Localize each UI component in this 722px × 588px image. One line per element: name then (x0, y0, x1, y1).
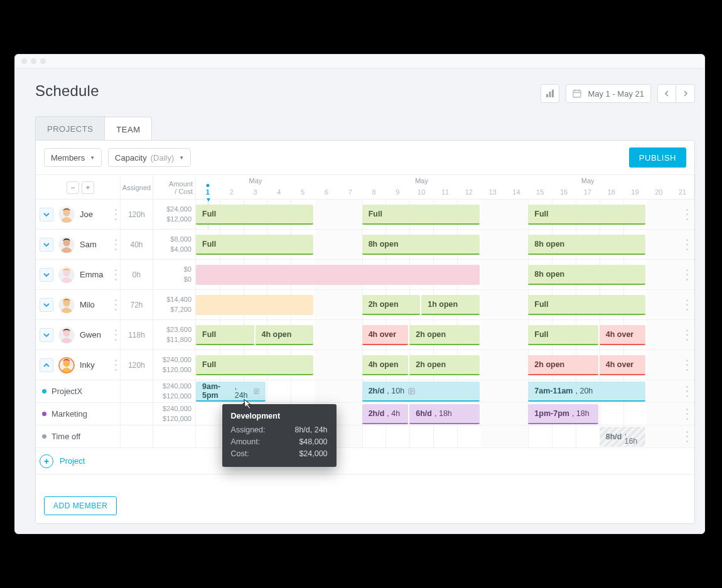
schedule-bar[interactable]: 2h open (409, 325, 479, 345)
chart-toggle-button[interactable] (541, 84, 559, 103)
tab-projects[interactable]: PROJECTS (35, 116, 105, 141)
schedule-bar[interactable] (196, 295, 313, 315)
member-menu-button[interactable] (112, 329, 119, 341)
project-name: Marketing (51, 409, 87, 419)
member-assigned: 118h (121, 320, 153, 350)
date-range-picker[interactable]: May 1 - May 21 (566, 84, 651, 103)
row-menu-button[interactable] (683, 360, 691, 371)
schedule-bar[interactable]: 4h open (362, 355, 409, 375)
schedule-bar[interactable]: 8h open (528, 265, 645, 285)
expand-member-button[interactable] (40, 208, 53, 222)
schedule-bar[interactable]: 4h open (256, 325, 314, 345)
member-row: Milo 72h $14,400$7,200 2h open1h openFul… (36, 290, 694, 320)
plus-circle-icon: + (40, 454, 53, 468)
schedule-bar[interactable]: 7am-11am, 20h (528, 382, 645, 402)
collapse-all-button[interactable]: − (67, 181, 79, 194)
row-menu-button[interactable] (683, 386, 691, 397)
row-menu-button[interactable] (683, 431, 691, 442)
avatar (58, 206, 75, 223)
page-title: Schedule (35, 82, 99, 100)
schedule-bar[interactable]: 8h open (528, 235, 645, 255)
member-amount-cost: $24,000$12,000 (153, 200, 196, 229)
member-name: Sam (80, 240, 97, 249)
caret-down-icon: ▼ (179, 155, 184, 161)
schedule-bar[interactable]: Full (528, 205, 645, 225)
project-amount-cost (153, 425, 196, 447)
add-project-button[interactable]: +Project (36, 448, 694, 474)
row-menu-button[interactable] (683, 329, 691, 341)
schedule-bar[interactable] (196, 265, 480, 285)
schedule-bar[interactable]: 1pm-7pm, 18h (528, 404, 598, 424)
prev-range-button[interactable] (657, 84, 676, 103)
publish-button[interactable]: PUBLISH (629, 147, 686, 168)
schedule-panel: Members ▼ Capacity (Daily) ▼ PUBLISH − +… (35, 140, 695, 524)
member-menu-button[interactable] (112, 299, 119, 311)
capacity-filter-dropdown[interactable]: Capacity (Daily) ▼ (108, 148, 191, 167)
row-menu-button[interactable] (683, 269, 691, 281)
expand-member-button[interactable] (40, 268, 53, 282)
schedule-bar[interactable]: 9am-5pm, 24h (196, 382, 266, 402)
project-color-dot (42, 412, 46, 416)
svg-rect-3 (573, 90, 581, 97)
member-name: Joe (80, 210, 93, 219)
schedule-bar[interactable]: Full (528, 295, 645, 315)
schedule-bar[interactable]: 6h/d, 18h (409, 404, 479, 424)
schedule-bar[interactable]: 2h open (409, 355, 479, 375)
member-menu-button[interactable] (112, 269, 119, 281)
traffic-light-close[interactable] (21, 58, 27, 64)
schedule-bar[interactable]: Full (196, 235, 313, 255)
member-name: Inky (80, 360, 95, 370)
schedule-bar[interactable]: 2h open (528, 355, 598, 375)
expand-member-button[interactable] (40, 298, 53, 312)
member-assigned: 72h (121, 290, 153, 319)
expand-all-button[interactable]: + (82, 181, 94, 194)
schedule-bar[interactable]: 2h/d, 10h (362, 382, 480, 402)
schedule-bar[interactable]: Full (196, 355, 313, 375)
schedule-bar[interactable]: 4h over (600, 355, 646, 375)
avatar (58, 357, 75, 373)
member-menu-button[interactable] (112, 360, 119, 371)
note-icon (408, 388, 415, 395)
schedule-bar[interactable]: Full (362, 205, 480, 225)
schedule-bar[interactable]: Full (196, 325, 254, 345)
member-row: Inky 120h $240,000$120,000 Full4h open2h… (36, 350, 694, 380)
traffic-light-min[interactable] (31, 58, 36, 64)
member-menu-button[interactable] (112, 239, 119, 250)
project-subrow: Marketing $240,000$120,000 2h/d, 4h6h/d,… (36, 403, 694, 425)
members-filter-dropdown[interactable]: Members ▼ (44, 148, 102, 167)
schedule-bar[interactable]: 8h open (362, 235, 480, 255)
member-assigned: 0h (121, 260, 153, 289)
tooltip-title: Development (231, 412, 328, 420)
schedule-bar[interactable]: 1h open (421, 295, 480, 315)
calendar-icon (573, 89, 581, 98)
add-member-button[interactable]: ADD MEMBER (44, 496, 117, 515)
note-icon (254, 388, 260, 395)
col-assigned-header: Assigned (121, 175, 153, 200)
avatar (58, 327, 75, 343)
schedule-bar[interactable]: Full (528, 325, 598, 345)
row-menu-button[interactable] (683, 239, 691, 250)
traffic-light-max[interactable] (40, 58, 46, 64)
schedule-bar[interactable]: Full (196, 205, 313, 225)
svg-rect-6 (579, 90, 579, 92)
schedule-bar[interactable]: 2h/d, 4h (362, 404, 409, 424)
row-menu-button[interactable] (683, 209, 691, 220)
row-menu-button[interactable] (683, 409, 691, 420)
tab-team[interactable]: TEAM (105, 117, 152, 141)
next-range-button[interactable] (676, 84, 695, 103)
expand-member-button[interactable] (40, 328, 53, 342)
schedule-bar[interactable]: 8h/d, 16h (600, 427, 646, 447)
svg-rect-2 (552, 90, 554, 97)
schedule-bar[interactable]: 4h over (362, 325, 409, 345)
svg-point-12 (63, 269, 70, 276)
project-color-dot (42, 389, 46, 393)
svg-rect-5 (575, 90, 576, 92)
member-menu-button[interactable] (112, 209, 119, 220)
chevron-down-icon (43, 212, 50, 217)
row-menu-button[interactable] (683, 299, 691, 311)
schedule-bar[interactable]: 2h open (362, 295, 421, 315)
schedule-bar[interactable]: 4h over (600, 325, 646, 345)
chevron-right-icon (683, 90, 688, 97)
expand-member-button[interactable] (40, 358, 53, 372)
expand-member-button[interactable] (40, 238, 53, 252)
